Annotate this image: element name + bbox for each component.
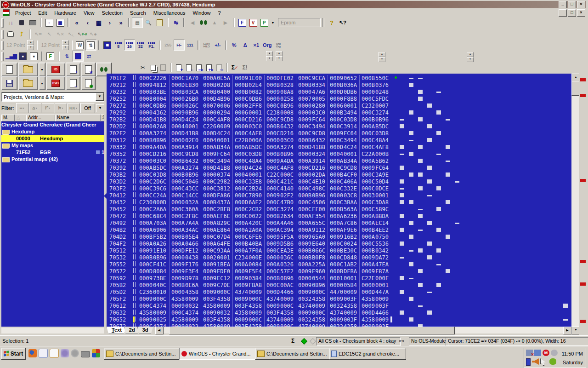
- hex-word[interactable]: 000C: [203, 185, 217, 192]
- hex-word[interactable]: 4358: [217, 296, 231, 303]
- hex-word[interactable]: 0000: [171, 103, 185, 109]
- hex-word[interactable]: 000C: [171, 192, 185, 199]
- hex-word[interactable]: 003F: [235, 323, 249, 327]
- toolbar-grip[interactable]: [1, 52, 4, 61]
- hex-word[interactable]: 0B96: [153, 137, 167, 144]
- hex-word[interactable]: 000C: [266, 199, 280, 206]
- hex-word[interactable]: 4AF8: [375, 144, 389, 151]
- chip-tool-icon[interactable]: [81, 351, 90, 357]
- hex-word[interactable]: 000A: [203, 220, 217, 227]
- hex-word[interactable]: 2D6C: [153, 178, 167, 185]
- internet-explorer-icon[interactable]: [39, 349, 48, 358]
- hex-word[interactable]: 032A: [185, 199, 199, 206]
- hex-word[interactable]: 0009: [217, 303, 231, 310]
- hex-word[interactable]: 000C: [298, 123, 312, 130]
- hex-word[interactable]: 0DCE: [375, 185, 389, 192]
- hex-word[interactable]: FC64: [344, 130, 357, 137]
- hex-word[interactable]: 03C0: [249, 123, 262, 130]
- hex-word[interactable]: 000C: [298, 185, 312, 192]
- hex-word[interactable]: 3494: [344, 137, 357, 144]
- word-size-16-button[interactable]: 16: [124, 40, 135, 51]
- hex-word[interactable]: 48A4: [375, 137, 389, 144]
- hex-word[interactable]: 0B96: [312, 282, 326, 289]
- hexdump-view[interactable]: 701F2000C2226000C1A70000A0E5A00091E00000…: [107, 74, 571, 327]
- tree-folder-potential-maps-42-[interactable]: Potential maps (42): [1, 156, 104, 163]
- menu-item-search[interactable]: Search: [126, 10, 150, 16]
- hex-word[interactable]: 3DA8: [375, 199, 389, 206]
- hex-word[interactable]: 0009: [298, 268, 312, 275]
- hex-word[interactable]: 0544: [312, 275, 326, 282]
- hex-word[interactable]: 0000: [298, 275, 312, 282]
- hex-word[interactable]: 1A70: [185, 75, 199, 82]
- hex-word[interactable]: 000C: [217, 289, 231, 296]
- online-list-button[interactable]: ◉: [81, 76, 96, 90]
- hex-word[interactable]: 1E10: [153, 247, 167, 254]
- hex-word[interactable]: 4A46: [280, 220, 294, 227]
- hex-word[interactable]: 026C: [185, 103, 199, 109]
- hex-word[interactable]: 000C: [330, 178, 344, 185]
- hex-word[interactable]: 0258: [280, 96, 294, 103]
- hex-word[interactable]: 40BA: [249, 241, 262, 247]
- hex-word[interactable]: 000C: [235, 151, 249, 158]
- hex-word[interactable]: 000D: [171, 130, 185, 137]
- hex-word[interactable]: 3274: [280, 144, 294, 151]
- hex-word[interactable]: 3274: [375, 109, 389, 116]
- hex-word[interactable]: 0009: [171, 261, 185, 268]
- hex-word[interactable]: 64FE: [217, 241, 231, 247]
- hex-word[interactable]: 57F2: [280, 268, 294, 275]
- value-spinner-2[interactable]: ▲▼: [276, 51, 283, 61]
- hex-word[interactable]: 6432: [312, 137, 326, 144]
- hex-word[interactable]: 3274: [153, 130, 167, 137]
- hex-word[interactable]: 421C: [280, 178, 294, 185]
- hex-word[interactable]: 9CD8: [312, 130, 326, 137]
- hex-word[interactable]: 02A8: [153, 123, 167, 130]
- hex-word[interactable]: 0009: [139, 247, 153, 254]
- hex-word[interactable]: 0000: [362, 282, 375, 289]
- hex-word[interactable]: 000B: [203, 199, 217, 206]
- hex-word[interactable]: 4358: [344, 303, 357, 310]
- volume-manager-icon[interactable]: [551, 350, 558, 356]
- hex-word[interactable]: 0294: [217, 109, 231, 116]
- hex-word[interactable]: 000D: [139, 268, 153, 275]
- point-size-spinner-1[interactable]: ▲▼: [27, 40, 34, 50]
- toolbar-grip[interactable]: [1, 18, 4, 28]
- hex-word[interactable]: 47A6: [312, 89, 326, 96]
- eprom-combo[interactable]: Eprom: [278, 18, 321, 27]
- hex-word[interactable]: 0DB6: [153, 103, 167, 109]
- hex-word[interactable]: 0009: [298, 241, 312, 247]
- hex-word[interactable]: 0006: [217, 103, 231, 109]
- hex-word[interactable]: 000B: [298, 137, 312, 144]
- hex-word[interactable]: 000C: [235, 130, 249, 137]
- hex-word[interactable]: 0334: [312, 82, 326, 89]
- hex-word[interactable]: 000C: [235, 213, 249, 220]
- hex-word[interactable]: 000A: [249, 137, 262, 144]
- hex-word[interactable]: 26B0: [185, 96, 199, 103]
- hex-word[interactable]: 0B96: [185, 109, 199, 116]
- taskbar-button-1[interactable]: C:\Documents and Settin...: [104, 348, 181, 360]
- hex-word[interactable]: 000A: [266, 261, 280, 268]
- hex-word[interactable]: A4DA: [280, 158, 294, 165]
- hex-word[interactable]: 2A0A: [249, 227, 262, 234]
- tree-hscrollbar[interactable]: [1, 328, 104, 334]
- hex-word[interactable]: 6906: [153, 227, 167, 234]
- hex-word[interactable]: 0001: [185, 123, 199, 130]
- hex-word[interactable]: 4358: [362, 316, 375, 323]
- hex-word[interactable]: 000B: [266, 123, 280, 130]
- hex-word[interactable]: 0009: [266, 158, 280, 165]
- hex-word[interactable]: 000A: [171, 227, 185, 234]
- hex-word[interactable]: 000C: [266, 185, 280, 192]
- hex-word[interactable]: 000B: [235, 89, 249, 96]
- tree-entry-egr[interactable]: 71F52EGR1: [1, 149, 104, 156]
- hex-word[interactable]: 0009: [171, 275, 185, 282]
- row-height-button[interactable]: ⇅: [62, 51, 73, 62]
- hex-word[interactable]: 0009: [266, 89, 280, 96]
- hex-word[interactable]: 000A: [266, 220, 280, 227]
- hex-word[interactable]: 0400: [217, 89, 231, 96]
- hex-word[interactable]: 4E10: [312, 178, 326, 185]
- hex-word[interactable]: D216: [280, 130, 294, 137]
- hex-word[interactable]: 000D: [139, 116, 153, 123]
- hex-word[interactable]: 2FF8: [249, 103, 262, 109]
- hex-word[interactable]: 000B: [362, 247, 375, 254]
- hex-word[interactable]: 3BAA: [344, 199, 357, 206]
- hex-word[interactable]: F354: [312, 213, 326, 220]
